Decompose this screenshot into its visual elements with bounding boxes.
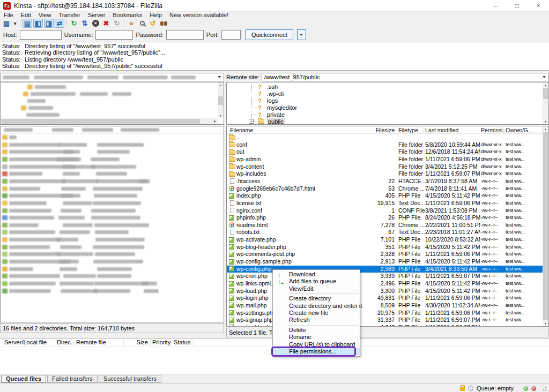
scrollbar-thumb[interactable] [2, 119, 200, 124]
menu-item-transfer[interactable]: Transfer [55, 12, 84, 18]
remote-file-row[interactable]: wp-blog-header.php351PHP File4/15/2020 5… [227, 244, 543, 251]
remote-file-row[interactable]: outFile folder12/6/2018 11:54:24 AMdrwxr… [227, 148, 543, 156]
scroll-down-icon[interactable]: ▼ [543, 321, 548, 326]
menu-item-copy-url-s-to-clipboard[interactable]: Copy URL(s) to clipboard [273, 341, 360, 348]
remote-file-row[interactable]: confFile folder5/8/2020 10:59:44 AMdrwxr… [227, 141, 543, 149]
password-input[interactable] [166, 30, 204, 40]
menu-item-refresh[interactable]: Refresh [273, 316, 360, 323]
remote-file-row[interactable]: wp-contentFile folder3/4/2021 5:12:25 PM… [227, 163, 543, 171]
maximize-button[interactable]: □ [506, 0, 528, 12]
local-file-row[interactable] [1, 141, 224, 148]
remote-tree-item-public[interactable]: +public [227, 118, 542, 125]
remote-file-row[interactable]: readme.html7,278Chrome ...2/22/2021 11:0… [227, 222, 543, 229]
local-file-row[interactable] [1, 134, 224, 141]
reconnect-icon[interactable]: ↻ [112, 19, 122, 28]
local-file-row[interactable] [1, 258, 224, 265]
remote-file-row[interactable]: wp-config-sample.php2,913PHP File4/15/20… [227, 258, 543, 266]
local-tree-item[interactable] [1, 84, 217, 90]
menu-item-create-new-file[interactable]: Create new file [273, 310, 360, 316]
remote-file-row[interactable]: wp-comments-post.php2,328PHP File1/11/20… [227, 251, 543, 258]
find-files-icon[interactable] [159, 19, 168, 28]
local-file-row[interactable] [1, 244, 224, 251]
remote-file-row[interactable]: wp-activate.php7,101PHP File10/22/2020 8… [227, 236, 543, 244]
local-file-row[interactable] [1, 200, 224, 207]
local-file-row[interactable] [1, 185, 224, 192]
local-tree-item[interactable] [1, 91, 217, 97]
scroll-down-icon[interactable]: ▼ [218, 113, 224, 118]
local-file-row[interactable] [1, 207, 224, 214]
scroll-up-icon[interactable]: ▲ [543, 82, 548, 88]
remote-tree-item-mysqleditor[interactable]: ?mysqleditor [227, 104, 542, 111]
disconnect-icon[interactable]: ✖ [101, 19, 111, 28]
scrollbar-thumb[interactable] [543, 88, 548, 99]
local-site-combo[interactable] [0, 73, 224, 81]
menu-item-download[interactable]: ↓Download [273, 271, 360, 278]
queue-column-server-local-file[interactable]: Server/Local file [4, 338, 54, 346]
remote-file-row[interactable]: wp-includesFile folder1/11/2021 6:59:07 … [227, 170, 543, 178]
menu-item-view-edit[interactable]: View/Edit [273, 285, 360, 292]
local-tree-vscrollbar[interactable]: ▲ ▼ [218, 82, 224, 118]
scroll-right-icon[interactable]: ▶ [212, 118, 218, 124]
minimize-button[interactable]: – [485, 0, 506, 12]
refresh-icon[interactable]: ↻ [69, 19, 79, 28]
menu-item-file-permissions[interactable]: File permissions... [273, 348, 360, 355]
tab-successful-transfers[interactable]: Successful transfers [99, 375, 161, 383]
menu-item-create-directory-and-enter-it[interactable]: Create directory and enter it [273, 303, 360, 310]
site-manager-icon[interactable]: ▦ [2, 19, 11, 28]
remote-tree-item-private[interactable]: ?private [227, 111, 542, 118]
remote-file-row[interactable]: wp-adminFile folder1/11/2021 6:59:06 PMd… [227, 156, 543, 163]
menu-item-view[interactable]: View [35, 12, 55, 18]
local-file-row[interactable] [1, 251, 224, 258]
queue-column-size[interactable]: Size [127, 338, 148, 346]
scroll-up-icon[interactable]: ▲ [218, 82, 224, 88]
local-file-row[interactable] [1, 229, 224, 236]
remote-tree-item-logs[interactable]: ?logs [227, 97, 542, 104]
port-input[interactable] [221, 30, 241, 40]
process-queue-icon[interactable]: ⇅ [80, 19, 90, 28]
remote-file-row[interactable]: .htaccess22HTACCE...3/7/2019 8:37:58 AM-… [227, 178, 543, 185]
remote-list-vscrollbar[interactable]: ▲ ▼ [543, 126, 548, 326]
menu-item-rename[interactable]: Rename [273, 334, 360, 341]
expand-plus-icon[interactable]: + [249, 119, 254, 124]
local-file-row[interactable] [1, 222, 224, 229]
host-input[interactable] [20, 30, 62, 40]
local-file-row[interactable] [1, 163, 224, 170]
scrollbar-thumb[interactable] [543, 132, 548, 320]
remote-file-row[interactable]: .. [227, 134, 543, 141]
local-file-row[interactable] [1, 178, 224, 185]
local-tree-item[interactable] [1, 111, 217, 118]
menu-item-edit[interactable]: Edit [17, 12, 35, 18]
menu-item-file[interactable]: File [0, 12, 17, 18]
remote-tree-item-wp-cli[interactable]: ?.wp-cli [227, 91, 542, 97]
remote-file-row[interactable]: license.txt19,915Text Doc...1/11/2021 6:… [227, 200, 543, 207]
tab-failed-transfers[interactable]: Failed transfers [47, 375, 98, 383]
local-file-row[interactable] [1, 236, 224, 243]
remote-file-row[interactable]: nginx.conf1CONF File3/8/2021 1:53:08 PM-… [227, 207, 543, 215]
local-file-list[interactable] [0, 126, 224, 322]
queue-column-direc[interactable]: Direc... [57, 338, 75, 346]
remote-file-row[interactable]: phpinfo.php26PHP File8/24/2020 4:56:18 P… [227, 214, 543, 222]
menu-item-help[interactable]: Help [146, 12, 166, 18]
menu-item-new-version-available[interactable]: New version available! [166, 12, 232, 18]
tab-queued-files[interactable]: Queued files [1, 375, 46, 383]
local-file-row[interactable] [1, 192, 224, 199]
filter-icon[interactable]: ≡ [127, 19, 136, 28]
synchronized-browsing-icon[interactable]: ↺ [148, 19, 158, 28]
toggle-queue-icon[interactable]: ⇄ [55, 19, 64, 28]
local-file-row[interactable] [1, 170, 224, 177]
remote-file-row[interactable]: index.php405PHP File4/15/2020 5:11:42 PM… [227, 192, 543, 200]
remote-directory-tree[interactable]: ?.ssh?.wp-cli?logs?mysqleditor?private+p… [226, 82, 549, 125]
remote-site-combo[interactable]: /www/test_957/public [262, 73, 549, 81]
menu-item-bookmarks[interactable]: Bookmarks [109, 12, 146, 18]
remote-file-row[interactable]: google9269eb6c7c46b7d7.html53Chrome ...7… [227, 185, 543, 193]
toggle-remote-tree-icon[interactable]: ◨ [44, 19, 54, 28]
local-tree-item[interactable] [1, 104, 217, 111]
menu-item-add-files-to-queue[interactable]: ↓+Add files to queue [273, 278, 360, 285]
toggle-local-tree-icon[interactable]: ◧ [33, 19, 43, 28]
menu-item-server[interactable]: Server [84, 12, 109, 18]
queue-column-remote-file[interactable]: Remote file [76, 338, 125, 346]
remote-file-row[interactable]: robots.txt67Text Doc...2/23/2018 11:01:2… [227, 229, 543, 236]
local-file-row[interactable] [1, 214, 224, 221]
chevron-down-icon[interactable] [216, 74, 223, 80]
scroll-down-icon[interactable]: ▼ [543, 119, 548, 124]
